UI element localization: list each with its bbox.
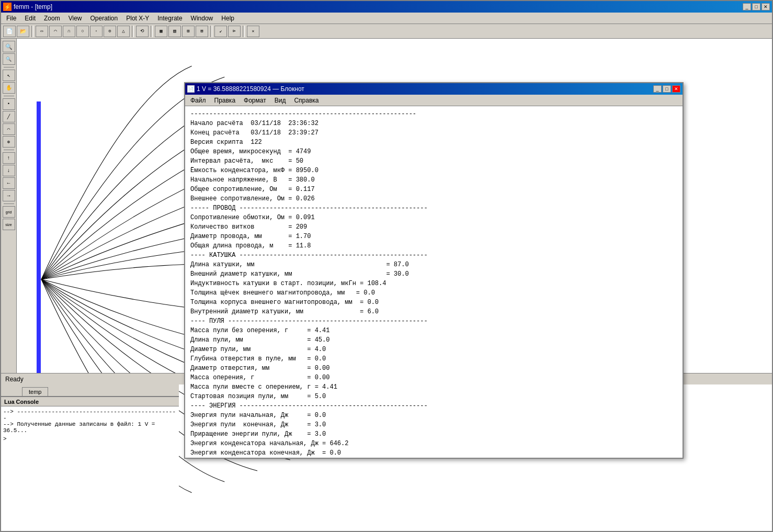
notepad-line: Общее время, микросекунд = 4749 bbox=[190, 147, 677, 156]
femm-maximize-button[interactable]: □ bbox=[752, 3, 760, 10]
left-btn-zoom-in[interactable]: 🔍 bbox=[3, 41, 15, 52]
notepad-line: Диаметр отверстия, мм = 0.00 bbox=[190, 364, 677, 373]
femm-close-button[interactable]: ✕ bbox=[761, 3, 770, 10]
femm-title-bar: ⚡ femm - [temp] _ □ ✕ bbox=[1, 1, 772, 13]
menu-file[interactable]: File bbox=[3, 14, 19, 23]
notepad-line: Масса оперения, г = 0.00 bbox=[190, 373, 677, 382]
left-btn-right[interactable]: → bbox=[3, 190, 15, 201]
lua-console-input-area: > bbox=[3, 436, 177, 442]
notepad-line: Толщина щёчек внешнего магнитопровода, м… bbox=[190, 288, 677, 298]
toolbar-sep2 bbox=[132, 26, 134, 37]
toolbar-btn4[interactable]: ∩ bbox=[63, 26, 75, 37]
notepad-menu-edit[interactable]: Правка bbox=[211, 96, 239, 105]
toolbar-sep1 bbox=[31, 26, 33, 37]
notepad-line: Диаметр провода, мм = 1.70 bbox=[190, 232, 677, 241]
lua-console: Lua Console --> ------------------------… bbox=[1, 396, 179, 531]
notepad-line: Внешний диаметр катушки, мм = 30.0 bbox=[190, 269, 677, 279]
lua-console-content: --> ------------------------------------… bbox=[1, 406, 179, 531]
femm-menu-bar: File Edit Zoom View Operation Plot X-Y I… bbox=[1, 13, 772, 24]
notepad-line: Ёмкость конденсатора, мкФ = 8950.0 bbox=[190, 166, 677, 175]
menu-edit[interactable]: Edit bbox=[21, 14, 39, 23]
left-btn-up[interactable]: ↑ bbox=[3, 152, 15, 164]
left-btn-arc[interactable]: ⌒ bbox=[3, 123, 15, 135]
notepad-close-button[interactable]: ✕ bbox=[672, 85, 680, 93]
notepad-line: Энергия конденсатора конечная, Дж = 0.0 bbox=[190, 448, 677, 458]
notepad-menu-file[interactable]: Файл bbox=[187, 96, 209, 105]
left-sep2 bbox=[4, 96, 14, 96]
menu-operation[interactable]: Operation bbox=[87, 14, 121, 23]
lua-prompt: > bbox=[3, 436, 7, 442]
left-btn-left[interactable]: ← bbox=[3, 177, 15, 189]
notepad-line: Масса пули без оперения, г = 4.41 bbox=[190, 326, 677, 335]
left-btn-pointer[interactable]: ↖ bbox=[3, 70, 15, 81]
notepad-line: Сопротивление обмотки, Ом = 0.091 bbox=[190, 213, 677, 222]
toolbar-btn2[interactable]: ▭ bbox=[36, 26, 48, 37]
notepad-title-left: 📄 1 V = 36.58888221580924 — Блокнот bbox=[187, 85, 304, 93]
notepad-menu-help[interactable]: Справка bbox=[291, 96, 322, 105]
left-btn-zoom-out[interactable]: 🔍 bbox=[3, 53, 15, 65]
toolbar-btn5[interactable]: ○ bbox=[76, 26, 89, 37]
toolbar-btn16[interactable]: ✕ bbox=[247, 26, 259, 37]
left-btn-line[interactable]: ╱ bbox=[3, 111, 15, 122]
left-btn-region[interactable]: ⊕ bbox=[3, 136, 15, 148]
toolbar-open[interactable]: 📂 bbox=[17, 26, 29, 37]
menu-help[interactable]: Help bbox=[218, 14, 237, 23]
notepad-line: Глубина отверстия в пуле, мм = 0.0 bbox=[190, 354, 677, 364]
notepad-title-controls[interactable]: _ □ ✕ bbox=[653, 85, 680, 93]
toolbar-new[interactable]: 📄 bbox=[3, 26, 16, 37]
left-btn-down[interactable]: ↓ bbox=[3, 165, 15, 176]
menu-integrate[interactable]: Integrate bbox=[154, 14, 185, 23]
notepad-line: ---- ЭНЕРГИЯ ---------------------------… bbox=[190, 401, 677, 411]
notepad-menu-view[interactable]: Вид bbox=[271, 96, 289, 105]
notepad-window: 📄 1 V = 36.58888221580924 — Блокнот _ □ … bbox=[184, 82, 684, 459]
toolbar-btn15[interactable]: ⊳ bbox=[228, 26, 241, 37]
notepad-line: Диаметр пули, мм = 4.0 bbox=[190, 345, 677, 354]
toolbar-btn12[interactable]: ⊞ bbox=[182, 26, 195, 37]
notepad-line: Приращение энергии пули, Дж = 3.0 bbox=[190, 429, 677, 439]
notepad-line: ----- ПРОВОД ---------------------------… bbox=[190, 203, 677, 213]
left-btn-hand[interactable]: ✋ bbox=[3, 82, 15, 94]
notepad-maximize-button[interactable]: □ bbox=[663, 85, 671, 93]
lua-console-title-text: Lua Console bbox=[4, 399, 39, 405]
toolbar-btn7[interactable]: ⊙ bbox=[104, 26, 116, 37]
lua-input-field[interactable] bbox=[9, 436, 165, 442]
menu-plotxy[interactable]: Plot X-Y bbox=[123, 14, 152, 23]
menu-zoom[interactable]: Zoom bbox=[41, 14, 63, 23]
notepad-line: Общее сопротивление, Ом = 0.117 bbox=[190, 185, 677, 194]
toolbar-btn3[interactable]: ⌒ bbox=[49, 26, 62, 37]
status-text: Ready bbox=[5, 376, 24, 383]
notepad-line: Энергия пули конечная, Дж = 3.0 bbox=[190, 420, 677, 429]
notepad-line: Внутренний диаметр катушки, мм = 6.0 bbox=[190, 307, 677, 316]
toolbar-btn8[interactable]: △ bbox=[117, 26, 130, 37]
femm-title-controls[interactable]: _ □ ✕ bbox=[743, 3, 770, 10]
toolbar-btn11[interactable]: ▧ bbox=[168, 26, 181, 37]
notepad-line: Версия скрипта 122 bbox=[190, 138, 677, 147]
notepad-content-area[interactable]: ----------------------------------------… bbox=[185, 106, 683, 458]
left-btn-node[interactable]: • bbox=[3, 98, 15, 110]
tab-bar: temp bbox=[1, 384, 179, 396]
toolbar-btn14[interactable]: ↙ bbox=[214, 26, 227, 37]
left-sep4 bbox=[4, 203, 14, 204]
notepad-line: Масса пули вместе с оперением, г = 4.41 bbox=[190, 382, 677, 392]
notepad-line: Внешнее сопротивление, Ом = 0.026 bbox=[190, 194, 677, 203]
lua-console-title: Lua Console bbox=[1, 397, 179, 406]
notepad-title-text: 1 V = 36.58888221580924 — Блокнот bbox=[197, 85, 304, 93]
left-btn-grid[interactable]: grid bbox=[3, 206, 15, 218]
femm-toolbar: 📄 📂 ▭ ⌒ ∩ ○ ◦ ⊙ △ ⟲ ▦ ▧ ⊞ ⊠ ↙ ⊳ ✕ bbox=[1, 24, 772, 39]
left-btn-size[interactable]: size bbox=[3, 219, 15, 230]
notepad-menu-format[interactable]: Формат bbox=[241, 96, 269, 105]
notepad-minimize-button[interactable]: _ bbox=[653, 85, 662, 93]
tab-temp[interactable]: temp bbox=[22, 387, 48, 396]
notepad-line: Количество витков = 209 bbox=[190, 222, 677, 232]
toolbar-btn10[interactable]: ▦ bbox=[155, 26, 167, 37]
notepad-line: Индуктивность катушки в старт. позиции, … bbox=[190, 279, 677, 288]
femm-minimize-button[interactable]: _ bbox=[743, 3, 751, 10]
toolbar-btn6[interactable]: ◦ bbox=[90, 26, 103, 37]
menu-window[interactable]: Window bbox=[188, 14, 217, 23]
toolbar-btn13[interactable]: ⊠ bbox=[196, 26, 208, 37]
notepad-line: Энергия конденсатора начальная, Дж = 646… bbox=[190, 439, 677, 448]
menu-view[interactable]: View bbox=[65, 14, 85, 23]
toolbar-btn9[interactable]: ⟲ bbox=[136, 26, 149, 37]
notepad-title-bar: 📄 1 V = 36.58888221580924 — Блокнот _ □ … bbox=[185, 83, 683, 95]
femm-title-left: ⚡ femm - [temp] bbox=[3, 3, 52, 11]
